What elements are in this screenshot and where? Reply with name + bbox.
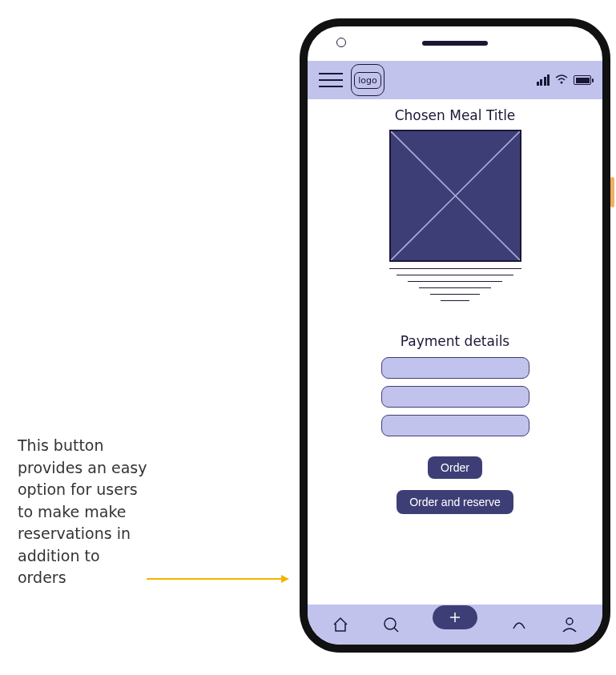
order-and-reserve-button[interactable]: Order and reserve xyxy=(397,490,513,514)
annotation-arrow xyxy=(147,573,289,576)
svg-marker-1 xyxy=(281,575,289,583)
svg-point-2 xyxy=(561,82,563,84)
battery-icon xyxy=(574,75,591,85)
bottom-nav xyxy=(308,605,602,645)
phone-screen-bezel: logo xyxy=(308,26,602,645)
screen: logo xyxy=(308,61,602,645)
front-camera xyxy=(336,38,346,47)
phone-side-button xyxy=(610,177,614,207)
app-header: logo xyxy=(308,61,602,99)
phone-frame: logo xyxy=(300,18,610,653)
svg-point-5 xyxy=(384,618,396,629)
payment-field-3[interactable] xyxy=(381,415,529,436)
meal-description-placeholder xyxy=(389,268,521,301)
signal-icon xyxy=(537,74,550,86)
speaker xyxy=(422,41,488,46)
app-logo-label: logo xyxy=(354,72,381,89)
menu-icon[interactable] xyxy=(319,73,343,87)
app-logo[interactable]: logo xyxy=(351,64,384,96)
nav-search-icon[interactable] xyxy=(382,616,400,633)
app-content: Chosen Meal Title Payment details Order … xyxy=(308,99,602,605)
nav-add-button[interactable] xyxy=(433,605,477,629)
nav-home-icon[interactable] xyxy=(332,616,349,633)
nav-activity-icon[interactable] xyxy=(510,616,528,633)
payment-field-2[interactable] xyxy=(381,386,529,408)
order-button[interactable]: Order xyxy=(428,456,482,479)
meal-title: Chosen Meal Title xyxy=(395,107,516,123)
annotation-text: This button provides an easy option for … xyxy=(18,435,150,589)
svg-point-9 xyxy=(566,618,573,625)
wifi-icon xyxy=(555,74,568,86)
nav-profile-icon[interactable] xyxy=(561,616,578,633)
status-icons xyxy=(537,74,592,86)
payment-field-1[interactable] xyxy=(381,357,529,379)
meal-image-placeholder xyxy=(389,130,521,262)
svg-line-6 xyxy=(394,628,398,632)
payment-title: Payment details xyxy=(401,333,509,349)
